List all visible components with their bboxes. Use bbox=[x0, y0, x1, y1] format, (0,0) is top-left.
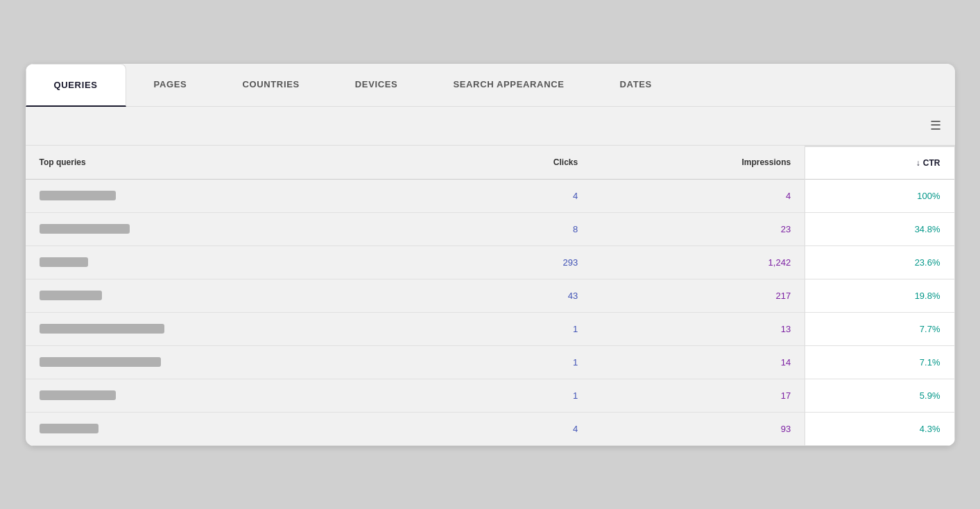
table-row[interactable]: query text4321719.8% bbox=[26, 279, 955, 312]
filter-icon[interactable]: ☰ bbox=[930, 118, 941, 133]
clicks-cell: 4 bbox=[447, 412, 592, 445]
tab-devices[interactable]: DEVICES bbox=[327, 64, 426, 106]
impressions-cell: 1,242 bbox=[592, 245, 805, 279]
table-row[interactable]: query text82334.8% bbox=[26, 212, 955, 245]
tab-countries[interactable]: COUNTRIES bbox=[214, 64, 327, 106]
clicks-cell: 4 bbox=[447, 179, 592, 212]
impressions-cell: 23 bbox=[592, 212, 805, 245]
ctr-cell: 34.8% bbox=[805, 212, 954, 245]
ctr-cell: 7.1% bbox=[805, 345, 954, 379]
query-cell: query text bbox=[26, 345, 447, 379]
col-header-query: Top queries bbox=[26, 146, 447, 180]
impressions-cell: 217 bbox=[592, 279, 805, 312]
tab-dates[interactable]: DATES bbox=[592, 64, 680, 106]
col-header-ctr[interactable]: ↓CTR bbox=[805, 146, 954, 180]
main-card: QUERIES PAGES COUNTRIES DEVICES SEARCH A… bbox=[26, 64, 955, 446]
table-row[interactable]: query text1137.7% bbox=[26, 312, 955, 345]
query-cell: query text bbox=[26, 312, 447, 345]
query-cell: query text bbox=[26, 212, 447, 245]
filter-bar: ☰ bbox=[26, 107, 955, 146]
clicks-cell: 8 bbox=[447, 212, 592, 245]
col-header-impressions[interactable]: Impressions bbox=[592, 146, 805, 180]
table-row[interactable]: query text4934.3% bbox=[26, 412, 955, 445]
clicks-cell: 293 bbox=[447, 245, 592, 279]
table-row[interactable]: query text44100% bbox=[26, 179, 955, 212]
clicks-cell: 1 bbox=[447, 345, 592, 379]
ctr-cell: 4.3% bbox=[805, 412, 954, 445]
query-cell: query text bbox=[26, 379, 447, 412]
tab-pages[interactable]: PAGES bbox=[126, 64, 215, 106]
col-header-clicks[interactable]: Clicks bbox=[447, 146, 592, 180]
impressions-cell: 93 bbox=[592, 412, 805, 445]
impressions-cell: 13 bbox=[592, 312, 805, 345]
impressions-cell: 14 bbox=[592, 345, 805, 379]
clicks-cell: 43 bbox=[447, 279, 592, 312]
clicks-cell: 1 bbox=[447, 312, 592, 345]
tab-search-appearance[interactable]: SEARCH APPEARANCE bbox=[425, 64, 592, 106]
query-cell: query text bbox=[26, 412, 447, 445]
table-row[interactable]: query text1147.1% bbox=[26, 345, 955, 379]
impressions-cell: 17 bbox=[592, 379, 805, 412]
table-row[interactable]: query text1175.9% bbox=[26, 379, 955, 412]
table-row[interactable]: query text2931,24223.6% bbox=[26, 245, 955, 279]
data-table-container: Top queries Clicks Impressions ↓CTR quer… bbox=[26, 146, 955, 446]
ctr-cell: 5.9% bbox=[805, 379, 954, 412]
tab-queries[interactable]: QUERIES bbox=[26, 64, 126, 107]
query-cell: query text bbox=[26, 279, 447, 312]
impressions-cell: 4 bbox=[592, 179, 805, 212]
clicks-cell: 1 bbox=[447, 379, 592, 412]
query-cell: query text bbox=[26, 179, 447, 212]
ctr-cell: 100% bbox=[805, 179, 954, 212]
sort-down-icon: ↓ bbox=[916, 158, 920, 168]
query-cell: query text bbox=[26, 245, 447, 279]
ctr-cell: 7.7% bbox=[805, 312, 954, 345]
tab-bar: QUERIES PAGES COUNTRIES DEVICES SEARCH A… bbox=[26, 64, 955, 107]
ctr-cell: 19.8% bbox=[805, 279, 954, 312]
queries-table: Top queries Clicks Impressions ↓CTR quer… bbox=[26, 146, 955, 446]
ctr-cell: 23.6% bbox=[805, 245, 954, 279]
